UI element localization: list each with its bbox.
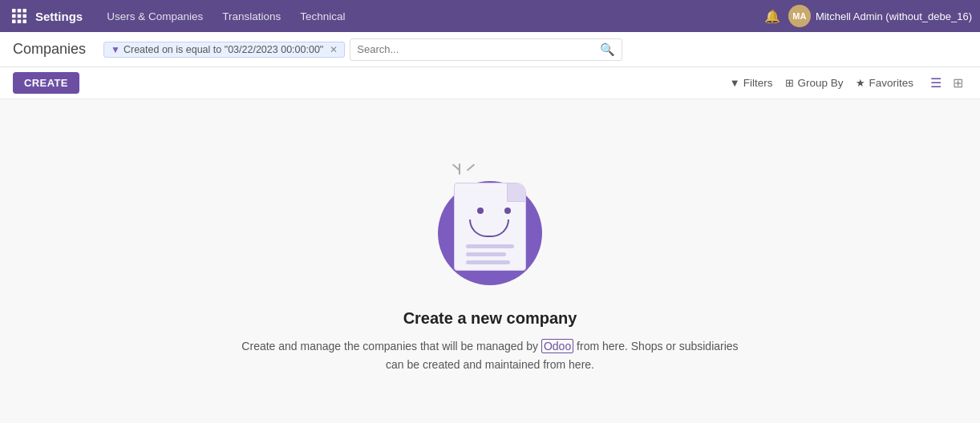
list-view-button[interactable]: ☰	[926, 73, 946, 93]
desc-before: Create and manage the companies that wil…	[241, 340, 541, 352]
create-button[interactable]: CREATE	[13, 72, 79, 94]
star-icon: ★	[856, 77, 865, 89]
notification-bell-icon[interactable]: 🔔	[764, 9, 780, 24]
search-area: ▼ Created on is equal to "03/22/2023 00:…	[103, 38, 967, 61]
navbar-menu: Users & Companies Translations Technical	[99, 7, 764, 26]
illustration-document	[454, 183, 526, 271]
nav-translations[interactable]: Translations	[214, 7, 289, 26]
empty-state-description: Create and manage the companies that wil…	[241, 337, 739, 373]
filter-tag-label: Created on is equal to "03/22/2023 00:00…	[124, 44, 323, 55]
group-by-label: Group By	[797, 77, 843, 89]
search-icon[interactable]: 🔍	[600, 42, 615, 57]
doc-eye-right	[504, 207, 511, 214]
filters-label: Filters	[743, 77, 773, 89]
remove-filter-button[interactable]: ✕	[330, 44, 338, 55]
page-title: Companies	[13, 41, 86, 58]
doc-line-3	[466, 260, 510, 264]
svg-rect-2	[23, 9, 27, 13]
doc-line-2	[466, 252, 506, 256]
navbar: Settings Users & Companies Translations …	[0, 0, 980, 32]
filter-tag-icon: ▼	[111, 44, 120, 55]
doc-smile	[469, 220, 509, 237]
svg-rect-1	[18, 9, 22, 13]
empty-state: Create a new company Create and manage t…	[241, 157, 739, 373]
username-label: Mitchell Admin (without_debe_16)	[816, 10, 972, 22]
doc-eye-left	[477, 207, 484, 214]
nav-users-companies[interactable]: Users & Companies	[99, 7, 211, 26]
sparkle-line-3	[467, 163, 475, 171]
toolbar-left: CREATE	[13, 72, 79, 94]
avatar: MA	[788, 5, 811, 27]
page-header: Companies ▼ Created on is equal to "03/2…	[0, 32, 980, 67]
svg-rect-3	[12, 14, 16, 18]
svg-rect-7	[18, 20, 22, 24]
favorites-label: Favorites	[869, 77, 913, 89]
search-box: 🔍	[350, 38, 622, 61]
grid-menu-icon[interactable]	[8, 5, 30, 27]
svg-rect-0	[12, 9, 16, 13]
empty-illustration	[422, 157, 558, 293]
group-by-button[interactable]: ⊞ Group By	[785, 77, 843, 89]
main-content: Create a new company Create and manage t…	[0, 99, 980, 423]
toolbar-right: ▼ Filters ⊞ Group By ★ Favorites ☰ ⊞	[730, 73, 967, 93]
nav-technical[interactable]: Technical	[292, 7, 353, 26]
odoo-link[interactable]: Odoo	[541, 339, 573, 353]
svg-rect-5	[23, 14, 27, 18]
doc-line-1	[466, 244, 514, 248]
svg-rect-8	[23, 20, 27, 24]
navbar-brand[interactable]: Settings	[35, 10, 83, 23]
filter-icon: ▼	[730, 77, 740, 89]
filters-button[interactable]: ▼ Filters	[730, 77, 773, 89]
favorites-button[interactable]: ★ Favorites	[856, 77, 913, 89]
group-by-icon: ⊞	[785, 77, 794, 89]
svg-rect-4	[18, 14, 22, 18]
search-input[interactable]	[357, 43, 600, 55]
navbar-right: 🔔 MA Mitchell Admin (without_debe_16)	[764, 5, 972, 27]
toolbar: CREATE ▼ Filters ⊞ Group By ★ Favorites …	[0, 67, 980, 99]
svg-rect-6	[12, 20, 16, 24]
user-menu[interactable]: MA Mitchell Admin (without_debe_16)	[788, 5, 972, 27]
view-toggles: ☰ ⊞	[926, 73, 967, 93]
kanban-view-button[interactable]: ⊞	[949, 73, 967, 93]
active-filter-tag[interactable]: ▼ Created on is equal to "03/22/2023 00:…	[103, 42, 345, 58]
empty-state-title: Create a new company	[403, 309, 577, 328]
